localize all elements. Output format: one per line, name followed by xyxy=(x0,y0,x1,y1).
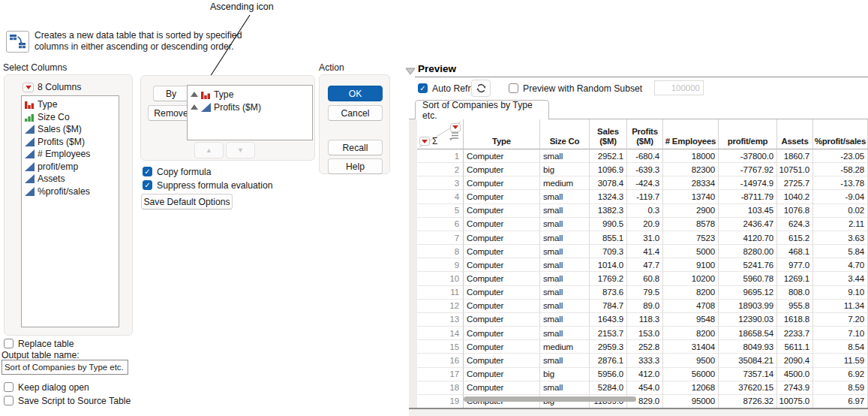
row-number[interactable]: 18 xyxy=(417,381,464,395)
table-row: 6Computersmall990.520.985782436.47624.32… xyxy=(417,218,868,231)
column-item[interactable]: profit/emp xyxy=(22,161,119,173)
table-row: 16Computersmall2876.1333.3950035084.2120… xyxy=(417,354,868,367)
row-number[interactable]: 15 xyxy=(417,340,464,354)
dialog-description: Creates a new data table that is sorted … xyxy=(35,30,242,53)
cell: small xyxy=(540,272,590,285)
continuous-icon xyxy=(25,162,35,171)
refresh-button[interactable] xyxy=(471,80,491,97)
horizontal-scrollbar-thumb[interactable] xyxy=(464,396,636,402)
cell: 2876.1 xyxy=(590,354,627,367)
cell: 6.92 xyxy=(813,368,868,381)
by-button[interactable]: By xyxy=(153,86,189,101)
nominal-icon xyxy=(201,90,211,99)
cell: 3078.4 xyxy=(590,176,627,190)
column-header[interactable]: Assets xyxy=(777,119,813,149)
move-down-button[interactable]: ▼ xyxy=(226,142,255,158)
row-number[interactable]: 11 xyxy=(417,286,464,300)
cell: Computer xyxy=(464,258,540,272)
row-number[interactable]: 8 xyxy=(417,245,464,258)
cell: small xyxy=(540,218,590,231)
column-header[interactable]: # Employees xyxy=(663,119,719,149)
row-number[interactable]: 4 xyxy=(417,190,464,203)
cell: 95000 xyxy=(663,395,719,408)
column-item[interactable]: %profit/sales xyxy=(22,185,119,198)
column-item[interactable]: Size Co xyxy=(22,111,119,124)
preview-tab[interactable]: Sort of Companies by Type etc. xyxy=(415,100,549,119)
column-item[interactable]: Assets xyxy=(22,173,119,185)
random-subset-input[interactable] xyxy=(654,80,704,95)
cell: 10200 xyxy=(663,272,719,285)
suppress-formula-checkbox[interactable]: ✓ Suppress formula evaluation xyxy=(143,179,272,191)
ascending-icon[interactable] xyxy=(191,89,198,100)
column-item[interactable]: # Employees xyxy=(22,148,119,161)
cell: 79.5 xyxy=(627,286,663,300)
columns-menu[interactable]: 8 Columns xyxy=(23,82,81,92)
column-item[interactable]: Profits ($M) xyxy=(22,136,119,149)
column-header[interactable]: Type xyxy=(464,119,540,149)
random-subset-checkbox[interactable]: Preview with Random Subset xyxy=(509,83,642,94)
column-item[interactable]: Type xyxy=(22,98,119,111)
cell: Computer xyxy=(464,327,540,340)
cell: Computer xyxy=(464,218,540,231)
select-columns-panel: 8 Columns TypeSize CoSales ($M)Profits (… xyxy=(4,74,133,336)
ascending-icon[interactable] xyxy=(191,102,198,113)
row-number[interactable]: 3 xyxy=(417,176,464,190)
column-header[interactable]: Size Co xyxy=(540,119,590,149)
table-row: 12Computersmall784.789.0470818903.99955.… xyxy=(417,300,868,313)
row-number[interactable]: 1 xyxy=(417,149,464,163)
cell: 1076.8 xyxy=(777,204,813,218)
row-number[interactable]: 5 xyxy=(417,204,464,218)
disclosure-triangle-icon[interactable] xyxy=(405,67,416,75)
save-default-options-button[interactable]: Save Default Options xyxy=(141,194,233,210)
cell: 1096.9 xyxy=(590,163,627,176)
sigma-icon[interactable]: Σ xyxy=(432,136,437,146)
replace-table-checkbox[interactable]: Replace table xyxy=(4,338,74,349)
row-number[interactable]: 10 xyxy=(417,272,464,285)
cell: 3.44 xyxy=(813,272,868,285)
column-item-label: Assets xyxy=(38,173,65,184)
cancel-button[interactable]: Cancel xyxy=(328,105,383,121)
row-number[interactable]: 13 xyxy=(417,313,464,327)
table-row: 4Computersmall1324.3-119.713740-8711.791… xyxy=(417,190,868,203)
column-header[interactable]: Profits ($M) xyxy=(627,119,663,149)
help-button[interactable]: Help xyxy=(328,158,383,174)
by-listbox[interactable]: TypeProfits ($M) xyxy=(187,85,313,140)
save-script-checkbox[interactable]: Save Script to Source Table xyxy=(4,395,131,406)
keep-dialog-open-checkbox[interactable]: Keep dialog open xyxy=(4,381,89,393)
rows-red-triangle-menu-icon[interactable] xyxy=(450,123,461,132)
cell: 41.4 xyxy=(627,245,663,258)
by-item[interactable]: Type xyxy=(188,88,312,101)
row-number[interactable]: 7 xyxy=(417,231,464,245)
cell: Computer xyxy=(464,204,540,218)
red-triangle-menu-icon[interactable] xyxy=(23,83,34,92)
cell: Computer xyxy=(464,313,540,327)
row-number[interactable]: 2 xyxy=(417,163,464,176)
copy-formula-checkbox[interactable]: ✓ Copy formula xyxy=(143,166,211,177)
by-item[interactable]: Profits ($M) xyxy=(188,101,312,113)
rows-panel-icon[interactable] xyxy=(449,131,458,140)
column-header[interactable]: %profit/sales xyxy=(813,119,868,149)
move-up-button[interactable]: ▲ xyxy=(194,142,224,158)
cell: Computer xyxy=(464,245,540,258)
output-table-name-input[interactable] xyxy=(2,360,128,375)
cell: 35084.21 xyxy=(719,354,777,367)
recall-button[interactable]: Recall xyxy=(328,140,383,155)
column-item[interactable]: Sales ($M) xyxy=(22,123,119,136)
row-number[interactable]: 6 xyxy=(417,218,464,231)
column-header[interactable]: profit/emp xyxy=(719,119,777,149)
cell: 8200 xyxy=(663,286,719,300)
cell: 2.11 xyxy=(813,218,868,231)
row-number[interactable]: 12 xyxy=(417,300,464,313)
row-number[interactable]: 16 xyxy=(417,354,464,367)
column-header[interactable]: Sales ($M) xyxy=(590,119,627,149)
cell: 6.97 xyxy=(813,395,868,408)
table-row: 7Computersmall855.131.075234120.70615.23… xyxy=(417,231,868,245)
row-number[interactable]: 17 xyxy=(417,368,464,381)
cell: 153.0 xyxy=(627,327,663,340)
row-number[interactable]: 19 xyxy=(417,395,464,408)
row-number[interactable]: 9 xyxy=(417,258,464,272)
ok-button[interactable]: OK xyxy=(328,86,383,101)
row-number[interactable]: 14 xyxy=(417,327,464,340)
columns-listbox[interactable]: TypeSize CoSales ($M)Profits ($M)# Emplo… xyxy=(21,95,119,327)
columns-red-triangle-menu-icon[interactable] xyxy=(419,137,430,146)
